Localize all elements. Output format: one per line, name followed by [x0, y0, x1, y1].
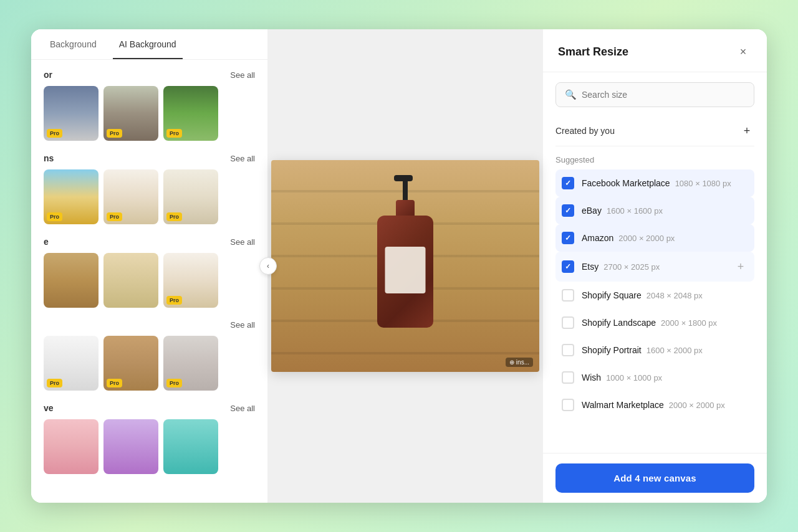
size-item-walmart[interactable]: Walmart Marketplace 2000 × 2000 px — [555, 391, 754, 419]
size-info-shopify-portrait: Shopify Portrait 1600 × 2000 px — [582, 345, 748, 355]
see-all-outdoor[interactable]: See all — [230, 70, 255, 80]
checkbox-amazon[interactable] — [562, 232, 574, 244]
created-by-you-label: Created by you — [555, 126, 615, 136]
thumb-wood-nat[interactable] — [44, 253, 99, 308]
size-dims-facebook: 1080 × 1080 px — [675, 179, 731, 188]
tab-ai-background[interactable]: AI Background — [113, 29, 183, 59]
thumb-pink[interactable] — [44, 419, 99, 474]
size-info-amazon: Amazon 2000 × 2000 px — [582, 233, 748, 243]
canvas-area: ⊕ ins... ‹ — [268, 29, 542, 503]
section-header-room: See all — [44, 320, 255, 330]
section-title-abstract: ve — [44, 403, 54, 413]
size-item-shopify-landscape[interactable]: Shopify Landscape 2000 × 1800 px — [555, 309, 754, 336]
canvas-watermark: ⊕ ins... — [506, 358, 533, 367]
section-abstract: ve See all — [44, 403, 255, 474]
thumb-teal[interactable] — [163, 419, 218, 474]
checkbox-shopify-landscape[interactable] — [562, 316, 574, 329]
pro-badge-paris: Pro — [107, 129, 122, 138]
panel-footer: Add 4 new canvas — [543, 453, 767, 503]
section-header-abstract: ve See all — [44, 403, 255, 413]
checkbox-shopify-square[interactable] — [562, 289, 574, 302]
sidebar-tabs: Background AI Background — [31, 29, 267, 60]
close-panel-button[interactable]: × — [734, 43, 752, 60]
size-item-etsy[interactable]: Etsy 2700 × 2025 px + — [555, 252, 754, 282]
search-input[interactable] — [582, 90, 745, 100]
thumb-row-arch: Pro Pro Pro — [44, 169, 255, 224]
checkbox-etsy[interactable] — [562, 260, 574, 273]
see-all-room[interactable]: See all — [230, 320, 255, 330]
thumb-floor[interactable]: Pro — [103, 336, 158, 391]
smart-resize-panel: Smart Resize × 🔍 Created by you + Sugges… — [542, 29, 767, 503]
thumb-paris[interactable]: Pro — [103, 86, 158, 141]
pro-badge-forest: Pro — [166, 129, 182, 138]
size-item-shopify-portrait[interactable]: Shopify Portrait 1600 × 2000 px — [555, 336, 754, 364]
size-dims-wish: 1000 × 1000 px — [606, 373, 662, 382]
thumb-arch-white[interactable]: Pro — [163, 169, 218, 224]
pro-badge-floor: Pro — [107, 379, 122, 387]
size-dims-shopify-portrait: 1600 × 2000 px — [647, 346, 703, 355]
thumb-row-outdoor: Pro Pro Pro — [44, 86, 255, 141]
sidebar-content: or See all Pro Pro Pro — [31, 60, 267, 496]
search-box[interactable]: 🔍 — [555, 82, 754, 107]
thumb-row-abstract — [44, 419, 255, 474]
checkbox-walmart[interactable] — [562, 399, 574, 411]
checkbox-shopify-portrait[interactable] — [562, 344, 574, 356]
canvas-image: ⊕ ins... — [271, 160, 539, 372]
checkbox-facebook[interactable] — [562, 177, 574, 189]
pro-badge-arch-cream: Pro — [107, 212, 122, 221]
size-name-shopify-square: Shopify Square — [582, 290, 642, 300]
add-canvas-button[interactable]: Add 4 new canvas — [555, 463, 754, 493]
panel-body: Created by you + Suggested Facebook Mark… — [543, 115, 767, 453]
size-item-wish[interactable]: Wish 1000 × 1000 px — [555, 364, 754, 391]
see-all-abstract[interactable]: See all — [230, 404, 255, 413]
section-header-arch: ns See all — [44, 153, 255, 163]
size-dims-walmart: 2000 × 2000 px — [669, 401, 725, 410]
thumb-arch-gold[interactable]: Pro — [44, 169, 99, 224]
thumb-wood-light[interactable] — [103, 253, 158, 308]
section-header-outdoor: or See all — [44, 70, 255, 80]
size-name-facebook: Facebook Marketplace — [582, 178, 670, 188]
thumb-arch-cream[interactable]: Pro — [103, 169, 158, 224]
thumb-carpet[interactable]: Pro — [163, 336, 218, 391]
pro-badge-wood-nat2: Pro — [166, 296, 182, 305]
size-dims-amazon: 2000 × 2000 px — [618, 234, 675, 243]
size-info-wish: Wish 1000 × 1000 px — [582, 373, 748, 382]
size-name-shopify-portrait: Shopify Portrait — [582, 345, 642, 355]
checkbox-ebay[interactable] — [562, 204, 574, 217]
thumb-city[interactable]: Pro — [44, 86, 99, 141]
see-all-arch[interactable]: See all — [230, 154, 255, 163]
size-dims-shopify-square: 2048 × 2048 px — [647, 291, 703, 300]
section-title-outdoor: or — [44, 70, 52, 80]
section-arch: ns See all Pro Pro Pro — [44, 153, 255, 224]
size-item-ebay[interactable]: eBay 1600 × 1600 px — [555, 197, 754, 224]
sidebar: Background AI Background or See all Pro … — [31, 29, 268, 503]
size-info-shopify-square: Shopify Square 2048 × 2048 px — [582, 290, 748, 300]
section-room: See all Pro Pro Pro — [44, 320, 255, 391]
thumb-room-white[interactable]: Pro — [44, 336, 99, 391]
size-dims-etsy: 2700 × 2025 px — [603, 262, 660, 272]
panel-title: Smart Resize — [558, 45, 628, 59]
tab-background[interactable]: Background — [44, 29, 103, 59]
size-item-amazon[interactable]: Amazon 2000 × 2000 px — [555, 224, 754, 252]
section-title-arch: ns — [44, 153, 54, 163]
checkbox-wish[interactable] — [562, 371, 574, 384]
thumb-forest[interactable]: Pro — [163, 86, 218, 141]
add-custom-size-button[interactable]: + — [739, 123, 754, 138]
size-name-walmart: Walmart Marketplace — [582, 400, 664, 410]
thumb-wood-nat2[interactable]: Pro — [163, 253, 218, 308]
size-dims-ebay: 1600 × 1600 px — [607, 206, 663, 216]
bottle-body — [377, 216, 433, 328]
see-all-wood[interactable]: See all — [230, 237, 255, 247]
section-title-wood: e — [44, 237, 49, 247]
collapse-sidebar-button[interactable]: ‹ — [259, 257, 277, 275]
pro-badge-arch-gold: Pro — [47, 212, 62, 221]
created-by-you-section: Created by you + — [555, 115, 754, 146]
size-item-facebook[interactable]: Facebook Marketplace 1080 × 1080 px — [555, 169, 754, 197]
section-outdoor: or See all Pro Pro Pro — [44, 70, 255, 141]
pro-badge-carpet: Pro — [166, 379, 182, 387]
size-name-amazon: Amazon — [582, 233, 613, 243]
size-add-button-etsy[interactable]: + — [733, 259, 748, 274]
pro-badge-arch-white: Pro — [166, 212, 182, 221]
size-item-shopify-square[interactable]: Shopify Square 2048 × 2048 px — [555, 282, 754, 309]
thumb-purple[interactable] — [103, 419, 158, 474]
